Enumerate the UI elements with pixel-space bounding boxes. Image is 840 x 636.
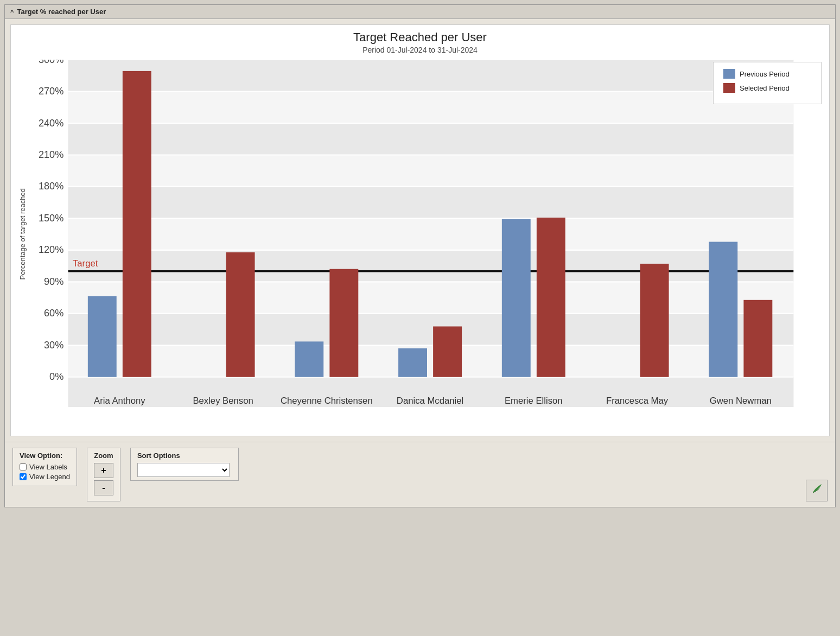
svg-rect-6: [68, 218, 794, 250]
legend-selected: Selected Period: [723, 83, 811, 93]
legend-selected-label: Selected Period: [740, 84, 790, 92]
svg-text:Aria Anthony: Aria Anthony: [94, 396, 145, 406]
zoom-minus-button[interactable]: -: [94, 480, 113, 495]
collapse-caret[interactable]: ^: [10, 9, 14, 15]
panel-header: ^ Target % reached per User: [5, 5, 835, 19]
svg-text:90%: 90%: [44, 276, 63, 287]
svg-rect-9: [68, 314, 794, 345]
svg-text:Target: Target: [73, 259, 98, 269]
svg-text:300%: 300%: [39, 60, 63, 65]
view-legend-checkbox[interactable]: [20, 473, 27, 480]
legend-selected-swatch: [723, 83, 735, 93]
panel-title: Target % reached per User: [17, 8, 106, 16]
view-option-title: View Option:: [20, 451, 70, 460]
view-legend-label: View Legend: [29, 473, 70, 481]
chart-area: Target Reached per User Period 01-Jul-20…: [10, 24, 830, 436]
legend-previous-label: Previous Period: [740, 70, 790, 78]
main-panel: ^ Target % reached per User Target Reach…: [4, 4, 836, 507]
chart-legend: Previous Period Selected Period: [713, 62, 822, 104]
bar-emerie-selected: [537, 218, 565, 377]
svg-text:Bexley Benson: Bexley Benson: [193, 396, 253, 406]
controls-bar: View Option: View Labels View Legend Zoo…: [5, 442, 835, 507]
sort-options-group: Sort Options Name A-Z Name Z-A Value Hig…: [130, 448, 239, 481]
export-icon: [810, 482, 824, 499]
svg-text:270%: 270%: [39, 86, 63, 97]
chart-svg-wrapper: 300% 270% 240% 210% 180% 150% 120% 90% 6…: [30, 60, 824, 409]
svg-rect-4: [68, 155, 794, 186]
zoom-group: Zoom + -: [87, 448, 120, 501]
svg-rect-3: [68, 123, 794, 155]
svg-text:240%: 240%: [39, 118, 63, 129]
chart-body: Percentage of target reached: [16, 60, 824, 430]
bar-danica-previous: [398, 348, 427, 377]
view-labels-checkbox[interactable]: [20, 463, 27, 470]
bar-danica-selected: [433, 327, 462, 377]
sort-options-title: Sort Options: [137, 451, 232, 460]
svg-text:Francesca May: Francesca May: [606, 396, 669, 406]
svg-rect-5: [68, 187, 794, 218]
bar-cheyenne-previous: [295, 341, 323, 377]
view-labels-label: View Labels: [29, 463, 67, 471]
svg-text:60%: 60%: [44, 308, 63, 319]
bar-bexley-selected: [226, 252, 255, 377]
bar-cheyenne-selected: [329, 269, 358, 377]
svg-text:30%: 30%: [44, 340, 63, 351]
svg-text:150%: 150%: [39, 213, 63, 224]
bar-francesca-selected: [640, 264, 669, 377]
svg-text:Danica Mcdaniel: Danica Mcdaniel: [397, 396, 463, 406]
bar-gwen-previous: [709, 242, 737, 377]
svg-rect-7: [68, 250, 794, 282]
y-axis-label: Percentage of target reached: [16, 60, 28, 409]
bar-gwen-selected: [743, 300, 772, 377]
legend-previous-swatch: [723, 69, 735, 79]
svg-rect-2: [68, 91, 794, 123]
svg-text:180%: 180%: [39, 181, 63, 192]
svg-rect-8: [68, 282, 794, 313]
bar-emerie-previous: [502, 219, 531, 377]
export-button[interactable]: [806, 480, 828, 501]
view-labels-row: View Labels: [20, 463, 70, 471]
svg-text:Cheyenne Christensen: Cheyenne Christensen: [281, 396, 373, 406]
zoom-title: Zoom: [94, 451, 113, 460]
view-option-group: View Option: View Labels View Legend: [12, 448, 77, 486]
chart-subtitle: Period 01-Jul-2024 to 31-Jul-2024: [362, 46, 478, 54]
sort-select[interactable]: Name A-Z Name Z-A Value High-Low Value L…: [137, 463, 230, 477]
chart-title: Target Reached per User: [353, 30, 487, 44]
chart-svg: 300% 270% 240% 210% 180% 150% 120% 90% 6…: [30, 60, 824, 407]
svg-text:Gwen Newman: Gwen Newman: [710, 396, 772, 406]
svg-text:Emerie Ellison: Emerie Ellison: [505, 396, 563, 406]
legend-previous: Previous Period: [723, 69, 811, 79]
svg-rect-1: [68, 60, 794, 91]
bar-aria-selected: [123, 71, 151, 377]
svg-text:120%: 120%: [39, 244, 63, 255]
bar-aria-previous: [88, 296, 117, 377]
svg-text:210%: 210%: [39, 149, 63, 160]
svg-text:0%: 0%: [49, 371, 63, 382]
view-legend-row: View Legend: [20, 473, 70, 481]
zoom-plus-button[interactable]: +: [94, 463, 113, 478]
svg-rect-10: [68, 345, 794, 377]
